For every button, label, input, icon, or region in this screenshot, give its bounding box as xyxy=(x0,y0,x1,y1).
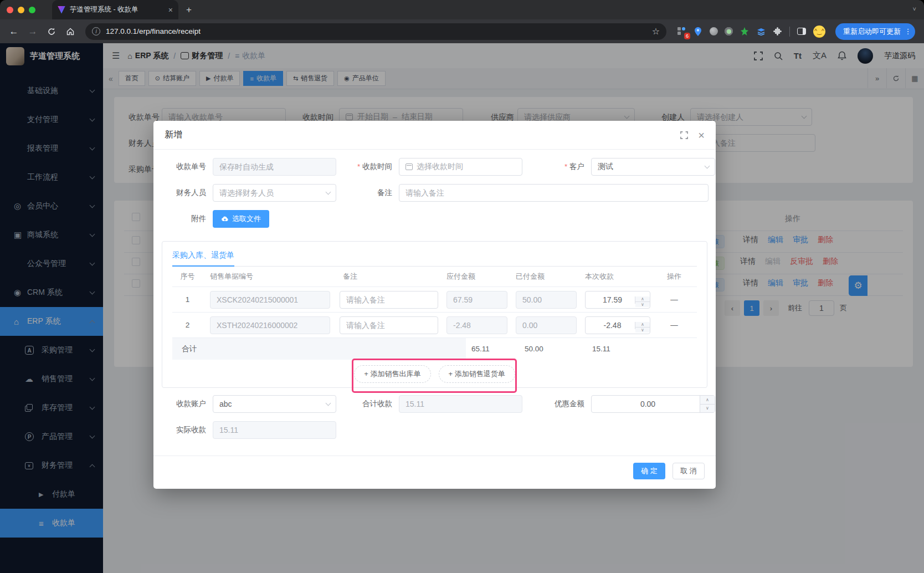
dialog-header: 新增 × xyxy=(153,121,716,150)
number-stepper[interactable]: ∧∨ xyxy=(700,396,715,412)
extension-icon-map[interactable] xyxy=(693,27,703,37)
total-current: 15.11 xyxy=(592,345,610,353)
add-sales-return-button[interactable]: + 添加销售退货单 xyxy=(439,365,515,383)
receipt-time-picker[interactable]: 选择收款时间 xyxy=(399,158,522,176)
totals-row: 合计 65.11 50.00 15.11 xyxy=(172,337,697,360)
extension-icon-circle[interactable] xyxy=(725,27,733,35)
actual-receipt-input xyxy=(213,421,336,439)
remark-input[interactable] xyxy=(399,184,709,202)
dialog-title: 新增 xyxy=(165,129,182,141)
number-stepper[interactable]: ∧∨ xyxy=(635,322,650,329)
url-bar[interactable]: i 127.0.0.1/erp/finance/receipt ☆ xyxy=(85,23,666,40)
finance-staff-select[interactable] xyxy=(213,184,336,202)
new-receipt-dialog: 新增 × 收款单号 收款时间 选择收款时间 客户 财务人员 备注 附件 xyxy=(153,121,716,489)
back-button[interactable]: ← xyxy=(6,23,22,40)
finance-staff-label: 财务人员 xyxy=(173,188,206,198)
form-row-1: 收款单号 收款时间 选择收款时间 客户 xyxy=(153,158,716,176)
extension-icon-gray[interactable] xyxy=(710,27,718,35)
browser-toolbar: ← → i 127.0.0.1/erp/finance/receipt ☆ 6 xyxy=(0,19,924,43)
total-paid: 50.00 xyxy=(525,345,592,353)
zoom-window-button[interactable] xyxy=(29,7,35,13)
confirm-button[interactable]: 确 定 xyxy=(633,463,665,479)
form-row-2: 财务人员 备注 xyxy=(153,184,716,202)
extensions-area: 6 ^‿^ 重新启动即可更新 ⋮ xyxy=(673,23,918,40)
minimize-window-button[interactable] xyxy=(18,7,24,13)
dialog-fullscreen-icon[interactable] xyxy=(680,131,688,139)
paid-input xyxy=(516,291,577,309)
extension-icon-star[interactable] xyxy=(740,27,750,37)
bookmark-star-icon[interactable]: ☆ xyxy=(652,26,660,37)
increase-icon: ∧ xyxy=(635,296,650,302)
add-sales-outbound-button[interactable]: + 添加销售出库单 xyxy=(354,365,430,383)
chrome-update-button[interactable]: 重新启动即可更新 ⋮ xyxy=(835,23,915,40)
payable-input xyxy=(446,316,507,334)
cancel-button[interactable]: 取 消 xyxy=(673,463,705,479)
dialog-footer: 确 定 取 消 xyxy=(153,456,716,479)
calendar-icon xyxy=(405,163,413,170)
traffic-lights[interactable] xyxy=(0,7,43,13)
form-row-3: 附件 选取文件 xyxy=(153,210,716,228)
total-receipt-label: 合计收款 xyxy=(350,399,392,409)
total-payable: 65.11 xyxy=(471,345,525,353)
decrease-icon: ∨ xyxy=(635,302,650,307)
row-index: 2 xyxy=(172,321,203,329)
payable-input xyxy=(446,291,507,309)
discount-label: 优惠金额 xyxy=(549,399,584,409)
extensions-puzzle-icon[interactable] xyxy=(773,27,783,37)
browser-chrome: 芋道管理系统 - 收款单 × + ˅ ← → i 127.0.0.1/erp/f… xyxy=(0,0,924,43)
add-buttons-row: + 添加销售出库单 + 添加销售退货单 xyxy=(172,360,697,388)
decrease-icon: ∨ xyxy=(635,328,650,332)
item-row-1: 1 ∧∨ — xyxy=(172,286,697,312)
browser-menu-icon[interactable]: ⋮ xyxy=(904,27,912,35)
profile-avatar[interactable]: ^‿^ xyxy=(813,25,825,38)
number-stepper[interactable]: ∧∨ xyxy=(635,296,650,304)
attachment-label: 附件 xyxy=(173,214,206,224)
decrease-icon: ∨ xyxy=(700,405,715,413)
refresh-button[interactable] xyxy=(43,23,60,40)
tab-purchase-inbound-return[interactable]: 采购入库、退货单 xyxy=(172,250,234,267)
close-window-button[interactable] xyxy=(7,7,13,13)
tab-close-icon[interactable]: × xyxy=(168,6,173,14)
receipt-time-placeholder: 选择收款时间 xyxy=(417,162,463,172)
form-row-4: 收款账户 合计收款 优惠金额 ∧∨ xyxy=(153,395,716,413)
cloud-upload-icon xyxy=(221,216,229,222)
extension-badge: 6 xyxy=(684,33,690,39)
increase-icon: ∧ xyxy=(635,322,650,328)
site-info-icon[interactable]: i xyxy=(92,27,100,35)
dialog-close-icon[interactable]: × xyxy=(698,131,705,139)
tab-search-icon[interactable]: ˅ xyxy=(913,6,916,12)
upload-file-button[interactable]: 选取文件 xyxy=(213,210,269,228)
remark-label: 备注 xyxy=(350,188,392,198)
receipt-no-input xyxy=(213,158,336,176)
browser-tab[interactable]: 芋道管理系统 - 收款单 × xyxy=(52,0,178,19)
order-no-input xyxy=(210,316,330,334)
row-op-dash: — xyxy=(657,295,691,304)
extension-icon-tabs[interactable]: 6 xyxy=(676,27,686,37)
customer-select[interactable] xyxy=(591,158,715,176)
side-panel-icon[interactable] xyxy=(797,27,807,37)
order-items-card: 采购入库、退货单 序号 销售单据编号 备注 应付金额 已付金额 本次收款 操作 … xyxy=(162,241,707,388)
site-favicon xyxy=(58,6,65,14)
items-table-header: 序号 销售单据编号 备注 应付金额 已付金额 本次收款 操作 xyxy=(172,267,697,286)
row-op-dash: — xyxy=(657,321,691,329)
customer-label: 客户 xyxy=(549,162,584,172)
total-receipt-input xyxy=(399,395,522,413)
receipt-no-label: 收款单号 xyxy=(173,162,206,172)
receipt-account-select[interactable] xyxy=(213,395,336,413)
item-row-2: 2 ∧∨ — xyxy=(172,312,697,337)
new-tab-button[interactable]: + xyxy=(186,4,192,16)
paid-input xyxy=(516,316,577,334)
browser-tab-title: 芋道管理系统 - 收款单 xyxy=(70,5,164,14)
form-row-5: 实际收款 xyxy=(153,421,716,439)
receipt-time-label: 收款时间 xyxy=(350,162,392,172)
row-remark-input[interactable] xyxy=(340,316,438,334)
row-remark-input[interactable] xyxy=(340,291,438,309)
extension-icon-layers[interactable] xyxy=(756,27,766,37)
order-no-input xyxy=(210,291,330,309)
forward-button[interactable]: → xyxy=(24,23,41,40)
discount-input[interactable] xyxy=(591,395,715,413)
receipt-account-label: 收款账户 xyxy=(173,399,206,409)
url-text[interactable]: 127.0.0.1/erp/finance/receipt xyxy=(106,27,646,35)
actual-receipt-label: 实际收款 xyxy=(173,425,206,435)
home-button[interactable] xyxy=(62,23,79,40)
